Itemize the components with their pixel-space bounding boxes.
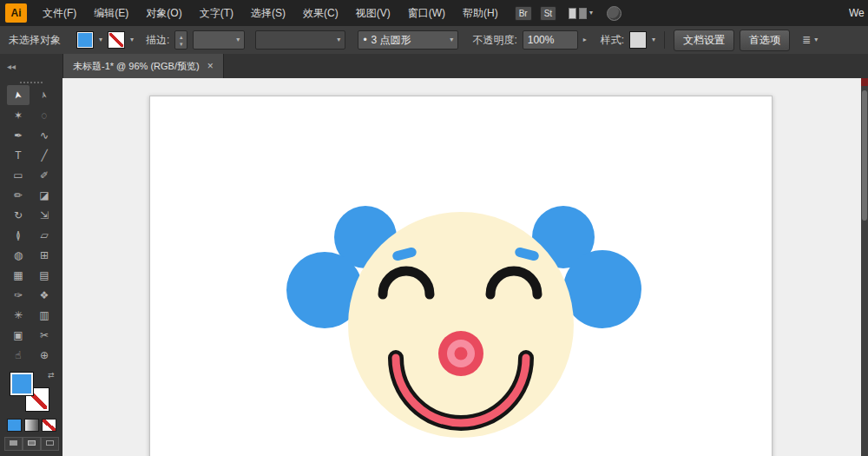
- nose-dot[interactable]: [455, 347, 468, 360]
- menu-window[interactable]: 窗口(W): [399, 0, 454, 26]
- scale-tool[interactable]: ⇲: [33, 205, 56, 225]
- menu-help[interactable]: 帮助(H): [454, 0, 507, 26]
- document-setup-button[interactable]: 文档设置: [674, 30, 734, 51]
- rotate-icon: ↻: [14, 209, 23, 221]
- width-icon: ≬: [16, 229, 21, 241]
- chevron-down-icon: ▾: [589, 10, 593, 17]
- document-tab[interactable]: 未标题-1* @ 96% (RGB/预览) ×: [62, 54, 224, 78]
- pencil-tool[interactable]: ✏: [7, 185, 30, 205]
- draw-behind-button[interactable]: [23, 437, 41, 451]
- rotate-tool[interactable]: ↻: [7, 205, 30, 225]
- chevron-right-icon[interactable]: ▸: [583, 36, 587, 43]
- selection-status: 未选择对象: [9, 33, 71, 48]
- draw-normal-button[interactable]: [4, 437, 23, 451]
- menu-object[interactable]: 对象(O): [137, 0, 190, 26]
- color-button[interactable]: [7, 419, 22, 432]
- spinner-up-icon[interactable]: ▴: [180, 34, 183, 40]
- menu-effect[interactable]: 效果(C): [294, 0, 347, 26]
- magic-wand-tool[interactable]: ✶: [7, 105, 30, 125]
- brush-dot-icon: •: [363, 34, 366, 46]
- perspective-grid-tool[interactable]: ⊞: [33, 245, 56, 265]
- tools-panel: ➤ ➢ ✶ ◌ ✒ ∿ T ╱ ▭ ✐ ✏ ◪ ↻ ⇲ ≬ ▱ ◍ ⊞ ▦ ▤ …: [0, 78, 63, 456]
- type-tool[interactable]: T: [7, 145, 30, 165]
- none-button[interactable]: [42, 419, 56, 432]
- shape-builder-tool[interactable]: ◍: [7, 245, 30, 265]
- scrollbar-top-marker: [861, 78, 868, 86]
- artboard-tool[interactable]: ▣: [7, 325, 30, 345]
- menu-select[interactable]: 选择(S): [242, 0, 294, 26]
- column-graph-tool[interactable]: ▥: [33, 305, 56, 325]
- pen-tool[interactable]: ✒: [7, 125, 30, 145]
- menu-type[interactable]: 文字(T): [191, 0, 242, 26]
- blend-tool[interactable]: ❖: [33, 285, 56, 305]
- pencil-icon: ✏: [14, 189, 23, 202]
- vertical-scrollbar[interactable]: [861, 78, 868, 456]
- slice-tool[interactable]: ✂: [33, 325, 56, 345]
- width-tool[interactable]: ≬: [7, 225, 30, 245]
- hand-icon: ☝: [15, 349, 21, 361]
- hair-right-bottom[interactable]: [563, 250, 641, 328]
- line-tool[interactable]: ╱: [33, 145, 56, 165]
- canvas-pasteboard[interactable]: [62, 78, 861, 456]
- fill-color-swatch[interactable]: [76, 31, 94, 49]
- align-panel-button[interactable]: ≣ ▾: [802, 34, 818, 46]
- menu-file[interactable]: 文件(F): [34, 0, 85, 26]
- chevron-down-icon[interactable]: ▾: [652, 36, 655, 43]
- eyedropper-icon: ✑: [14, 289, 23, 301]
- chevron-down-icon[interactable]: ▾: [130, 36, 134, 43]
- close-tab-icon[interactable]: ×: [207, 60, 214, 72]
- clown-face[interactable]: [348, 212, 574, 438]
- collapse-panels-icon[interactable]: ◂◂: [0, 54, 62, 78]
- style-label: 样式:: [601, 33, 624, 48]
- arrange-documents-button[interactable]: ▾: [569, 8, 593, 19]
- preferences-button[interactable]: 首选项: [740, 30, 790, 51]
- free-transform-tool[interactable]: ▱: [33, 225, 56, 245]
- chevron-down-icon: ▾: [236, 36, 240, 43]
- menu-edit[interactable]: 编辑(E): [85, 0, 137, 26]
- bridge-button[interactable]: Br: [515, 6, 532, 21]
- menu-view[interactable]: 视图(V): [347, 0, 399, 26]
- rectangle-tool[interactable]: ▭: [7, 165, 30, 185]
- pen-icon: ✒: [14, 129, 23, 142]
- curvature-tool[interactable]: ∿: [33, 125, 56, 145]
- style-swatch[interactable]: [629, 31, 647, 49]
- illustrator-window: Ai 文件(F) 编辑(E) 对象(O) 文字(T) 选择(S) 效果(C) 视…: [0, 0, 868, 456]
- hand-tool[interactable]: ☝: [7, 345, 30, 365]
- fill-swatch[interactable]: [10, 372, 34, 396]
- chevron-down-icon: ▾: [337, 36, 340, 43]
- stock-button[interactable]: St: [540, 6, 556, 21]
- workspace-switcher[interactable]: We: [849, 7, 868, 19]
- eraser-tool[interactable]: ◪: [33, 185, 56, 205]
- panel-grip[interactable]: [20, 82, 43, 83]
- draw-inside-button[interactable]: [41, 437, 59, 451]
- direct-selection-tool[interactable]: ➢: [33, 85, 56, 105]
- line-icon: ╱: [41, 149, 47, 162]
- illustrator-logo: Ai: [5, 3, 27, 23]
- scrollbar-thumb[interactable]: [862, 90, 867, 221]
- chevron-down-icon[interactable]: ▾: [99, 36, 102, 43]
- zoom-tool[interactable]: ⊕: [33, 345, 56, 365]
- opacity-combo[interactable]: 100%: [523, 30, 578, 50]
- stroke-color-swatch[interactable]: [108, 31, 125, 49]
- artboard[interactable]: [149, 96, 773, 456]
- brush-definition-combo[interactable]: • 3 点圆形 ▾: [358, 30, 458, 50]
- width-profile-combo[interactable]: ▾: [255, 30, 345, 50]
- swap-fill-stroke-icon[interactable]: ⇄: [48, 371, 55, 380]
- stroke-weight-combo[interactable]: ▾: [193, 30, 245, 50]
- symbol-sprayer-tool[interactable]: ✳: [7, 305, 30, 325]
- gradient-tool[interactable]: ▤: [33, 265, 56, 285]
- stroke-weight-stepper[interactable]: ▴ ▾: [174, 30, 187, 50]
- paintbrush-tool[interactable]: ✐: [33, 165, 56, 185]
- tool-grid: ➤ ➢ ✶ ◌ ✒ ∿ T ╱ ▭ ✐ ✏ ◪ ↻ ⇲ ≬ ▱ ◍ ⊞ ▦ ▤ …: [7, 85, 56, 365]
- document-tab-title: 未标题-1* @ 96% (RGB/预览): [73, 60, 200, 73]
- clown-artwork[interactable]: [150, 96, 772, 456]
- arrange-doc-icon: [579, 8, 587, 19]
- spinner-down-icon[interactable]: ▾: [180, 41, 183, 47]
- mesh-tool[interactable]: ▦: [7, 265, 30, 285]
- eyedropper-tool[interactable]: ✑: [7, 285, 30, 305]
- gradient-button[interactable]: [24, 419, 39, 432]
- selection-tool[interactable]: ➤: [7, 85, 30, 105]
- zoom-icon: ⊕: [40, 349, 49, 361]
- sync-icon[interactable]: [607, 6, 621, 21]
- lasso-tool[interactable]: ◌: [33, 105, 56, 125]
